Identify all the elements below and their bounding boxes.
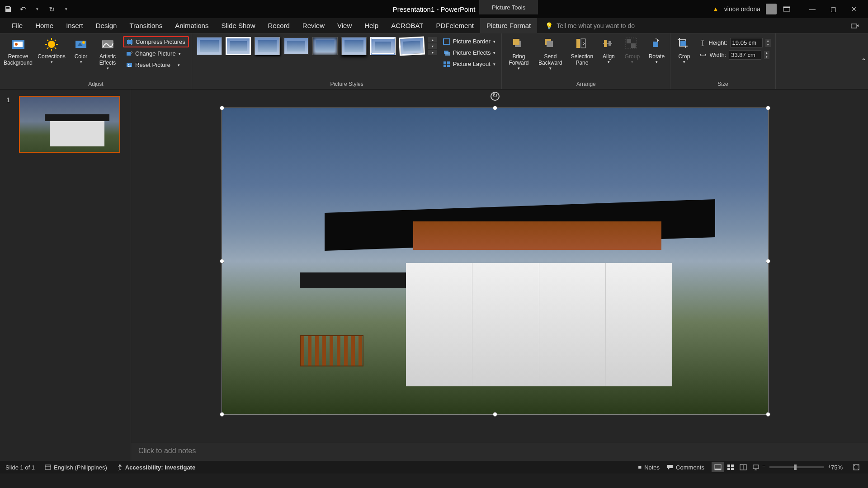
svg-rect-20 [127, 40, 132, 44]
corrections-button[interactable]: Corrections ▾ [36, 35, 67, 66]
picture-style-8[interactable] [399, 37, 425, 56]
resize-handle-n[interactable] [493, 106, 497, 110]
quick-access-toolbar: ↶ ▾ ↻ ▾ [4, 5, 71, 14]
canvas[interactable] [131, 89, 868, 443]
styles-gallery-scroll: ▴ ▾ ▾ [428, 37, 437, 55]
change-picture-button[interactable]: Change Picture ▾ [123, 48, 189, 59]
avatar[interactable] [766, 4, 777, 14]
corrections-label: Corrections [38, 53, 65, 60]
selection-pane-button[interactable]: Selection Pane [568, 35, 596, 68]
share-icon[interactable] [851, 23, 859, 29]
align-button[interactable]: Align ▾ [599, 35, 618, 66]
remove-background-button[interactable]: Remove Background [3, 35, 33, 68]
picture-style-6[interactable] [341, 37, 367, 55]
tab-file[interactable]: File [5, 18, 29, 33]
tab-picture-format[interactable]: Picture Format [480, 18, 537, 33]
color-button[interactable]: Color ▾ [70, 35, 92, 66]
spin-up-icon[interactable]: ▴ [764, 51, 769, 55]
resize-handle-se[interactable] [766, 412, 770, 417]
resize-handle-ne[interactable] [766, 106, 770, 110]
zoom-slider-thumb[interactable] [794, 465, 797, 470]
crop-button[interactable]: Crop ▾ [673, 35, 695, 66]
svg-line-13 [47, 47, 48, 49]
selected-picture[interactable] [222, 108, 769, 415]
maximize-button[interactable]: ▢ [823, 2, 844, 16]
tab-view[interactable]: View [331, 18, 358, 33]
context-tab-picture-tools[interactable]: Picture Tools [479, 0, 538, 14]
redo-icon[interactable]: ↻ [47, 5, 56, 14]
artistic-effects-button[interactable]: Artistic Effects ▾ [95, 35, 120, 72]
height-input[interactable] [730, 38, 763, 47]
tab-pdfelement[interactable]: PDFelement [430, 18, 480, 33]
slide-thumbnail-1[interactable] [19, 96, 120, 153]
picture-style-1[interactable] [197, 37, 222, 55]
slide-thumbnail-panel[interactable]: 1 [0, 89, 131, 461]
size-group-label: Size [673, 80, 772, 88]
rotate-button[interactable]: Rotate ▾ [646, 35, 667, 66]
tab-transitions[interactable]: Transitions [123, 18, 169, 33]
picture-layout-button[interactable]: Picture Layout ▾ [440, 59, 499, 69]
bring-forward-button[interactable]: Bring Forward ▾ [505, 35, 533, 72]
spin-up-icon[interactable]: ▴ [765, 39, 771, 43]
status-slide-indicator[interactable]: Slide 1 of 1 [5, 464, 35, 471]
tab-help[interactable]: Help [358, 18, 385, 33]
resize-handle-s[interactable] [493, 412, 497, 417]
comments-toggle[interactable]: Comments [667, 464, 704, 471]
tab-review[interactable]: Review [296, 18, 331, 33]
picture-border-button[interactable]: Picture Border ▾ [440, 36, 499, 47]
picture-style-7[interactable] [370, 37, 396, 55]
tab-slideshow[interactable]: Slide Show [215, 18, 261, 33]
resize-handle-w[interactable] [220, 259, 224, 263]
chevron-down-icon: ▾ [683, 60, 685, 64]
slideshow-button[interactable] [750, 462, 762, 472]
qat-customize-icon[interactable]: ▾ [61, 5, 71, 14]
gallery-up-icon[interactable]: ▴ [428, 37, 437, 42]
fit-to-window-button[interactable] [850, 462, 863, 472]
user-name[interactable]: vince ordona [724, 5, 760, 13]
notes-toggle[interactable]: ≡ Notes [638, 464, 660, 471]
gallery-more-icon[interactable]: ▾ [428, 50, 437, 55]
compress-pictures-button[interactable]: Compress Pictures [123, 36, 189, 47]
status-language[interactable]: English (Philippines) [45, 464, 107, 471]
reset-picture-button[interactable]: Reset Picture ▾ [123, 60, 189, 70]
spin-down-icon[interactable]: ▾ [764, 55, 769, 59]
normal-view-button[interactable] [712, 462, 724, 472]
resize-handle-e[interactable] [766, 259, 770, 263]
status-accessibility[interactable]: Accessibility: Investigate [117, 464, 195, 471]
collapse-ribbon-icon[interactable]: ⌃ [859, 33, 868, 89]
notes-pane[interactable]: Click to add notes [131, 443, 868, 461]
tell-me-search[interactable]: 💡 Tell me what you want to do [545, 22, 635, 29]
tab-animations[interactable]: Animations [169, 18, 215, 33]
close-button[interactable]: ✕ [844, 2, 864, 16]
spin-down-icon[interactable]: ▾ [765, 43, 771, 47]
rotate-label: Rotate [649, 53, 665, 60]
ribbon-display-icon[interactable] [782, 5, 791, 14]
width-input[interactable] [729, 50, 761, 60]
undo-icon[interactable]: ↶ [18, 5, 27, 14]
chevron-down-icon: ▾ [518, 66, 520, 70]
undo-more-icon[interactable]: ▾ [33, 5, 42, 14]
resize-handle-sw[interactable] [220, 412, 224, 417]
send-backward-button[interactable]: Send Backward ▾ [535, 35, 565, 72]
save-icon[interactable] [4, 5, 13, 14]
rotation-handle[interactable] [491, 92, 500, 101]
picture-style-5[interactable] [312, 37, 338, 55]
picture-style-3[interactable] [255, 37, 280, 55]
picture-style-4[interactable] [283, 37, 309, 55]
slide-sorter-button[interactable] [724, 462, 737, 472]
minimize-button[interactable]: — [802, 2, 823, 16]
tab-design[interactable]: Design [90, 18, 123, 33]
zoom-percent[interactable]: 75% [831, 464, 843, 471]
gallery-down-icon[interactable]: ▾ [428, 43, 437, 49]
tab-home[interactable]: Home [29, 18, 60, 33]
picture-effects-button[interactable]: Picture Effects ▾ [440, 47, 499, 58]
reading-view-button[interactable] [737, 462, 750, 472]
zoom-slider[interactable] [769, 466, 824, 468]
svg-rect-27 [447, 61, 450, 64]
resize-handle-nw[interactable] [220, 106, 224, 110]
picture-style-2[interactable] [226, 37, 251, 55]
tab-insert[interactable]: Insert [60, 18, 90, 33]
tab-acrobat[interactable]: ACROBAT [385, 18, 429, 33]
svg-rect-49 [727, 465, 730, 467]
tab-record[interactable]: Record [261, 18, 296, 33]
